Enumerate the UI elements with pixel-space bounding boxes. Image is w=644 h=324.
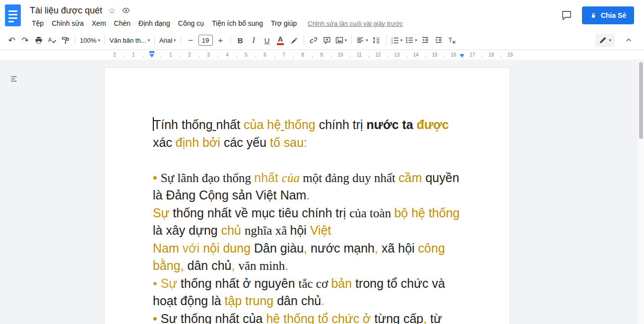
paint-format-icon [62, 36, 69, 44]
text-run: . [306, 188, 310, 202]
toolbar-insert-link-button[interactable] [307, 34, 321, 47]
ruler-tick [406, 56, 407, 58]
text-run: . [321, 294, 324, 308]
toolbar-redo-button[interactable]: ↷ [18, 34, 32, 47]
ruler-tick [143, 56, 143, 58]
left-indent-marker[interactable] [149, 51, 155, 58]
docs-logo-icon[interactable] [5, 4, 21, 26]
toolbar-line-spacing-button[interactable] [370, 34, 383, 47]
document-status-icon[interactable] [120, 4, 132, 17]
font-value: Arial [159, 37, 172, 44]
menu-item-7[interactable]: Tiện ích bổ sung [208, 18, 267, 28]
menu-item-1[interactable]: Tệp [28, 18, 48, 28]
toolbar-hide-menus-button[interactable] [622, 34, 635, 47]
share-button[interactable]: Chia Sẻ [582, 6, 634, 24]
insert-link-icon [310, 36, 318, 44]
ruler-tick [444, 56, 445, 58]
right-indent-marker[interactable] [459, 54, 464, 58]
ruler-number: 10 [337, 52, 343, 58]
ruler-number: 15 [432, 52, 437, 58]
ruler-number: 12 [375, 52, 381, 58]
toolbar-styles-button[interactable]: Văn bản th...▾ [108, 34, 151, 47]
text-run: Nam [153, 241, 183, 255]
vertical-scrollbar[interactable] [638, 61, 644, 324]
ruler-number: 14 [413, 52, 418, 58]
star-icon[interactable]: ☆ [104, 5, 120, 16]
scrollbar-thumb[interactable] [639, 62, 643, 139]
text-run: dân chủ [277, 294, 321, 308]
toolbar-editing-mode-button[interactable]: ▾ [595, 34, 615, 47]
text-run: : [304, 135, 307, 149]
toolbar-font-size-decrease-button[interactable]: − [184, 34, 197, 47]
menu-item-6[interactable]: Công cụ [174, 18, 208, 28]
paragraph-6: • Sự thống nhất của hệ thống tổ chức ở t… [153, 310, 461, 324]
chevron-down-icon: ▾ [148, 38, 150, 43]
svg-text:A: A [48, 37, 52, 43]
font-size-value[interactable]: 19 [198, 35, 213, 46]
toolbar-text-color-button[interactable]: A [274, 34, 287, 47]
show-outline-icon[interactable] [8, 73, 20, 85]
text-run: • [153, 276, 161, 290]
toolbar-zoom-button[interactable]: 100%▾ [78, 34, 102, 47]
text-color-swatch [277, 43, 284, 45]
ruler[interactable]: 2112345678910111213141516171819 [0, 50, 644, 61]
clear-formatting-icon: T [448, 36, 456, 44]
open-comments-icon[interactable] [560, 9, 573, 22]
toolbar-highlight-color-button[interactable] [287, 34, 301, 47]
text-run: nước mạnh [311, 241, 375, 255]
insert-image-icon [335, 36, 343, 44]
text-run: dân chủ [188, 259, 232, 272]
chevron-down-icon: ▾ [415, 38, 417, 43]
toolbar-font-size-increase-button[interactable]: + [214, 34, 227, 47]
chevron-down-icon: ▾ [609, 38, 611, 43]
ruler-number: 2 [113, 52, 116, 58]
toolbar-italic-button[interactable]: I [247, 34, 260, 47]
print-icon [35, 36, 43, 44]
align-icon [356, 36, 364, 44]
toolbar-decrease-indent-button[interactable] [419, 34, 432, 47]
document-page[interactable]: Tính thống nhất của hệ thống chính trị n… [104, 67, 510, 324]
toolbar-align-button[interactable]: ▾ [355, 34, 370, 47]
paragraph-2 [153, 151, 461, 169]
toolbar-add-comment-button[interactable] [321, 34, 334, 47]
text-run: hoạt động là [153, 294, 225, 308]
font-size-increase-icon: + [218, 36, 223, 45]
ruler-number: 18 [488, 52, 494, 58]
toolbar-separator [181, 35, 181, 45]
toolbar-numbered-list-button[interactable]: 123▾ [389, 34, 404, 47]
text-run: trong tổ [355, 276, 401, 290]
decrease-indent-icon [421, 36, 429, 44]
toolbar-print-button[interactable] [32, 34, 45, 47]
bold-icon: B [238, 37, 243, 44]
text-run: chính trị [319, 118, 367, 131]
toolbar-bulleted-list-button[interactable]: ▾ [404, 34, 419, 47]
toolbar-clear-formatting-button[interactable]: T [446, 34, 459, 47]
toolbar-paint-format-button[interactable] [59, 34, 72, 47]
text-run: chủ [221, 223, 245, 237]
text-run: , [423, 312, 430, 324]
text-run: toàn [370, 206, 394, 220]
ruler-tick [180, 56, 181, 58]
toolbar-font-button[interactable]: Arial▾ [158, 34, 178, 47]
ruler-tick [237, 56, 237, 58]
svg-text:3: 3 [391, 42, 392, 44]
menu-item-4[interactable]: Chèn [110, 18, 134, 28]
menu-item-8[interactable]: Trợ giúp [267, 18, 301, 28]
text-run: nghĩa xã [245, 224, 290, 237]
last-edit-link[interactable]: Chỉnh sửa lần cuối vài giây trước [308, 20, 402, 27]
menu-item-3[interactable]: Xem [88, 18, 110, 28]
toolbar-underline-button[interactable]: U [260, 34, 274, 47]
toolbar-increase-indent-button[interactable] [432, 34, 446, 47]
ruler-number: 6 [263, 52, 266, 58]
chevron-down-icon: ▾ [366, 38, 368, 43]
document-title[interactable]: Tài liệu được quét [28, 5, 104, 16]
line-spacing-icon [372, 36, 380, 44]
toolbar-spelling-check-button[interactable]: A [45, 34, 59, 47]
text-run: nhất [254, 171, 282, 185]
menu-item-5[interactable]: Định dạng [134, 18, 174, 28]
toolbar-insert-image-button[interactable]: ▾ [334, 34, 349, 47]
toolbar-undo-button[interactable]: ↶ [5, 34, 18, 47]
text-run: . [285, 259, 288, 272]
menu-item-2[interactable]: Chỉnh sửa [48, 18, 88, 28]
toolbar-bold-button[interactable]: B [234, 34, 247, 47]
